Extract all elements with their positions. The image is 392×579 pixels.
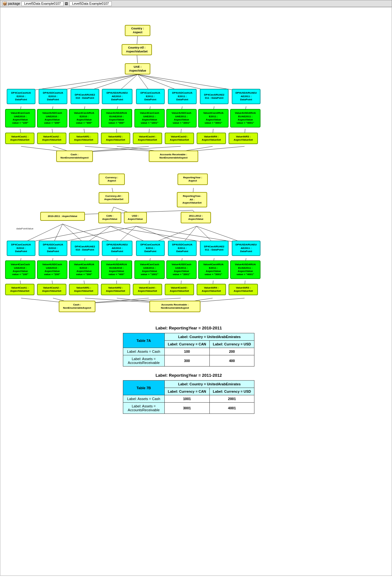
table7b-col-can: Label: Currency = CAN [164, 388, 209, 395]
table7a-country-header: Label: Country = UnitedArabEmirates [164, 333, 254, 341]
table7a-name: Table 7A [123, 333, 164, 348]
tab-label-2[interactable]: Level5Data Example0107 [69, 1, 112, 6]
table7b-name: Table 7B [123, 381, 164, 395]
diagram-area: Country :Aspect Country-All :AspectValue… [0, 7, 392, 576]
node-dp2-2: DP4USDCashUAE2010 :DataPoint [39, 241, 67, 256]
node-currency-all: Currency-All :AspectValueSet [99, 192, 129, 204]
table-7a: Table 7A Label: Country = UnitedArabEmir… [123, 333, 255, 367]
node-avs2-2: Value4Cash2 :AspectValueSet [37, 284, 66, 295]
table7a-row1-can: 100 [164, 348, 209, 355]
node-uae: UAE :AspectValue [125, 63, 150, 74]
node-avs1: Value4Cash1 :AspectValueSet [5, 133, 34, 144]
node-val5: Value4CanCashUAE2011 :AspectValuevalue =… [134, 109, 165, 127]
node-val3: Value4CanARUAE2010 :AspectValuevalue = "… [69, 109, 99, 127]
node-2011-2012: 2011-2012 :AspectValue [181, 212, 211, 223]
svg-line-1 [137, 55, 138, 63]
tables-section: Label: ReportingYear = 2010-2011 Table 7… [48, 320, 329, 419]
node-can: CAN :AspectValue [98, 212, 121, 223]
node-dp2-4: DP4USDARUAEUAE2010 :DataPoint [102, 241, 132, 256]
node-dp2-6: DP4USDCashUAE2011 :DataPoint [168, 241, 197, 256]
table7b-row1-label: Label: Assets = Cash [123, 395, 164, 403]
table7a-label: Label: ReportingYear = 2010-2011 [48, 326, 329, 330]
node-country-aspect: Country :Aspect [125, 25, 150, 36]
node-avs7: Value4AR4 :AspectValueSet [197, 133, 226, 144]
table7a-col-can: Label: Currency = CAN [164, 341, 209, 348]
node-dp6: DP4USDCashUAE2011 :DataPoint [168, 89, 197, 104]
node-avs5: Value4Cash4 :AspectValueSet [133, 133, 162, 144]
node-dp2-5: DP4CanCashUAE2011 :DataPoint [136, 241, 165, 256]
node-reportingyear-aspect: ReportingYear :Aspect [177, 174, 208, 185]
node-v2-3: Value4CanARUAE2010 :AspectValuevalue = "… [69, 260, 99, 279]
node-val7: Value4CanARUAE2011 :AspectValuevalue = "… [198, 109, 229, 127]
node-usd: USD :AspectValue [124, 212, 147, 223]
node-v2-1: Value4CanCashUAE2010 :AspectValuevalue =… [5, 260, 35, 279]
node-dp4: DP4USDARUAEUAE2010 :DataPoint [102, 89, 132, 104]
datapoint-value-label: dataPointValue [16, 227, 34, 230]
table7a-row1-usd: 200 [209, 348, 254, 355]
table7b-row1-can: 1001 [164, 395, 209, 403]
node-v2-6: Value4USDCashUAE2011 :AspectValuevalue =… [166, 260, 197, 279]
node-val8: Value4USDARUAEUAE2011 :AspectValuevalue … [230, 109, 260, 127]
node-ar2: Accounts Receivable :NonEnumerableAspect [149, 301, 200, 312]
node-avs2-1: Value4Cash1 :AspectValueSet [5, 284, 34, 295]
node-dp8: DP4USDARUAEUAE2011 :DataPoint [232, 89, 260, 104]
node-reportingyear-all: ReportingYear-All :AspectValueSet [177, 192, 207, 207]
table7b-col-usd: Label: Currency = USD [209, 388, 254, 395]
table7b-row2-can: 3001 [164, 403, 209, 414]
node-dp3: DP4CanARUAE2010 : DataPoint [71, 89, 99, 104]
node-val2: Value4USDCashUAE2010 :AspectValuevalue =… [37, 109, 67, 127]
node-country-all: Country-All :AspectValueSet [122, 44, 152, 55]
title-bar-text: package [8, 2, 20, 5]
title-bar: 📦 package Level5Data Example0107 🖼 Level… [0, 0, 392, 7]
node-val1: Value4CanCashUAE2010 :AspectValuevalue =… [5, 109, 35, 127]
node-currency-aspect: Currency :Aspect [99, 174, 125, 185]
node-avs2: Value4Cash2 :AspectValueSet [37, 133, 66, 144]
tab-label-1[interactable]: Level5Data Example0107 [21, 1, 64, 6]
node-dp2: DP4USDCashUAE2010 :DataPoint [39, 89, 67, 104]
table7b-country-header: Label: Country = UnitedArabEmirates [164, 381, 254, 388]
node-v2-2: Value4USDCashUAE2010 :AspectValuevalue =… [37, 260, 67, 279]
node-v2-5: Value4CanCashUAE2011 :AspectValuevalue =… [134, 260, 165, 279]
node-avs2-5: Value4Cash4 :AspectValueSet [133, 284, 162, 295]
node-dp5: DP4CanCashUAE2011 :DataPoint [136, 89, 165, 104]
node-dp2-7: DP4CanARUAE2011 : DataPoint [200, 241, 229, 256]
node-dp2-8: DP4USDARUAEUAE2011 :DataPoint [232, 241, 260, 256]
node-dp1: DP4CanCashUAE2010 :DataPoint [7, 89, 35, 104]
node-avs4: Value4AR2 :AspectValueSet [101, 133, 130, 144]
table7a-row1-label: Label: Assets = Cash [123, 348, 164, 355]
table7b-row2-usd: 4001 [209, 403, 254, 414]
node-val4: Value4USDARUAEUAE2010 :AspectValuevalue … [101, 109, 132, 127]
node-v2-8: Value4USDARUAEUAE2011 :AspectValuevalue … [230, 260, 260, 279]
node-avs6: Value4Cash3 :AspectValueSet [165, 133, 194, 144]
node-avs2-3: Value4AR1 :AspectValueSet [69, 284, 98, 295]
node-2010-2011: 2010-2011 : AspectValue [40, 212, 85, 221]
svg-line-0 [137, 36, 138, 44]
node-v2-7: Value4CanARUAE2011 :AspectValuevalue = "… [198, 260, 229, 279]
node-avs2-4: Value4AR2 :AspectValueSet [101, 284, 130, 295]
table7a-row2-can: 300 [164, 355, 209, 367]
table7b-label: Label: ReportingYear = 2011-2012 [48, 373, 329, 378]
node-avs8: Value4AR3 :AspectValueSet [229, 133, 258, 144]
node-avs2-7: Value4AR4 :AspectValueSet [197, 284, 226, 295]
table7a-row2-usd: 400 [209, 355, 254, 367]
table7a-row2-label: Label: Assets =AccountsReceivable [123, 355, 164, 367]
package-icon: 📦 [2, 1, 7, 6]
node-v2-4: Value4USDARUAEUAE2010 :AspectValuevalue … [101, 260, 132, 279]
tab-icon: 🖼 [65, 2, 68, 5]
node-ar: Accounts Receivable :NonEnumerableAspect [149, 151, 198, 162]
node-cash: Cash :NonEnumerableAspect [56, 151, 93, 162]
table7b-row2-label: Label: Assets =AccountsReceivable [123, 403, 164, 414]
table7a-col-usd: Label: Currency = USD [209, 341, 254, 348]
node-avs2-8: Value4AR3 :AspectValueSet [229, 284, 258, 295]
node-dp7: DP4CanARUAE2011 : DataPoint [200, 89, 229, 104]
table-7b: Table 7B Label: Country = UnitedArabEmir… [123, 380, 255, 414]
node-dp2-1: DP4CanCashUAE2010 :DataPoint [7, 241, 35, 256]
node-cash2: Cash :NonEnumerableAspect [59, 301, 95, 312]
node-avs3: Value4AR1 :AspectValueSet [69, 133, 98, 144]
table7b-row1-usd: 2001 [209, 395, 254, 403]
node-dp2-3: DP4CanARUAE2010 : DataPoint [71, 241, 99, 256]
node-val6: Value4USDCashUAE2011 :AspectValuevalue =… [166, 109, 197, 127]
node-avs2-6: Value4Cash3 :AspectValueSet [165, 284, 194, 295]
